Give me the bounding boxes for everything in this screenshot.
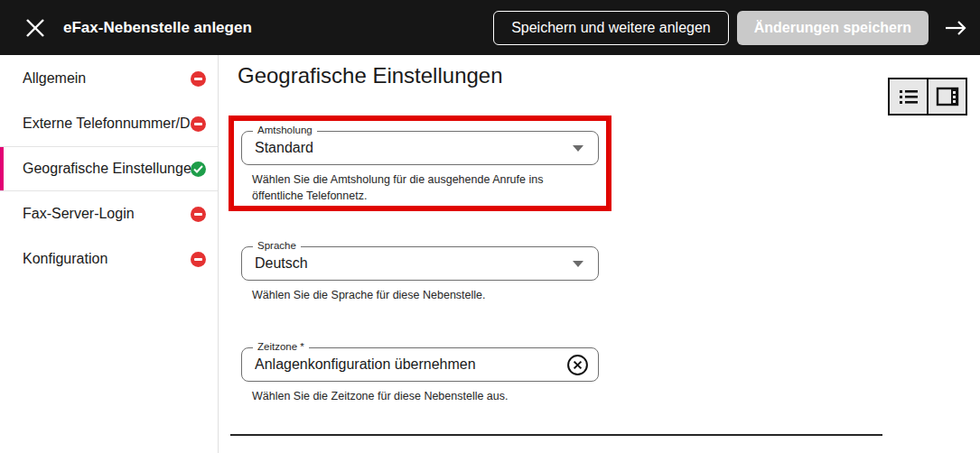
close-x-glyph [23,16,47,40]
save-and-create-button[interactable]: Speichern und weitere anlegen [493,11,729,45]
list-view-button[interactable] [888,78,928,116]
circle-x-glyph [566,354,589,376]
status-incomplete-icon [191,207,206,222]
sidebar-item-label: Fax-Server-Login [23,206,191,222]
sidebar-item-label: Geografische Einstellungen [23,161,191,177]
chevron-down-icon[interactable] [573,261,583,267]
status-incomplete-icon [191,71,206,87]
field-sprache: Sprache Deutsch Wählen Sie die Sprache f… [241,246,599,303]
amtsholung-helper-text: Wählen Sie die Amtsholung für die ausgeh… [252,171,593,204]
close-icon[interactable] [22,14,49,42]
view-toggle-group [888,78,967,116]
sprache-value: Deutsch [255,255,573,272]
amtsholung-value: Standard [255,140,573,156]
topbar-actions: Speichern und weitere anlegen Änderungen… [493,11,971,45]
sidebar-item-fax-server-login[interactable]: Fax-Server-Login [0,191,218,236]
main-content: Geografische Einstellungen [219,55,980,453]
sidebar-item-label: Konfiguration [23,251,191,267]
check-glyph [193,165,203,173]
detail-view-icon [936,87,959,106]
page-title: Geografische Einstellungen [238,63,503,88]
amtsholung-select[interactable]: Amtsholung Standard [241,131,599,165]
list-view-icon [898,88,919,106]
amtsholung-label: Amtsholung [253,125,317,135]
zeitzone-helper-text: Wählen Sie die Zeitzone für diese Nebens… [252,388,593,404]
arrow-right-icon[interactable] [940,13,971,43]
status-incomplete-icon [191,252,206,267]
detail-view-button[interactable] [928,78,967,116]
sidebar-item-geografische-einstellungen[interactable]: Geografische Einstellungen [0,146,218,191]
sidebar-item-label: Externe Telefonnummer/Dur... [23,116,191,132]
sidebar: Allgemein Externe Telefonnummer/Dur... G… [0,55,219,453]
chevron-down-icon[interactable] [573,145,583,152]
sprache-select[interactable]: Sprache Deutsch [241,246,599,281]
dialog-title: eFax-Nebenstelle anlegen [63,19,252,37]
sidebar-item-konfiguration[interactable]: Konfiguration [0,236,218,282]
clear-field-icon[interactable] [565,353,589,376]
section-divider [230,434,882,436]
zeitzone-value: Anlagenkonfiguration übernehmen [255,356,565,373]
sprache-label: Sprache [253,240,301,251]
status-complete-icon [191,162,206,177]
save-changes-button[interactable]: Änderungen speichern [737,11,929,45]
zeitzone-label: Zeitzone * [253,341,309,352]
sidebar-item-externe-telefonnummer[interactable]: Externe Telefonnummer/Dur... [0,101,218,146]
field-amtsholung: Amtsholung Standard Wählen Sie die Amtsh… [241,131,599,204]
sidebar-item-label: Allgemein [23,70,191,87]
sidebar-item-allgemein[interactable]: Allgemein [0,56,218,101]
topbar: eFax-Nebenstelle anlegen Speichern und w… [0,0,980,55]
status-incomplete-icon [191,116,206,132]
field-zeitzone: Zeitzone * Anlagenkonfiguration übernehm… [241,347,599,404]
arrow-right-glyph [943,19,968,37]
sprache-helper-text: Wählen Sie die Sprache für diese Nebenst… [252,287,593,303]
zeitzone-input[interactable]: Zeitzone * Anlagenkonfiguration übernehm… [241,347,599,382]
